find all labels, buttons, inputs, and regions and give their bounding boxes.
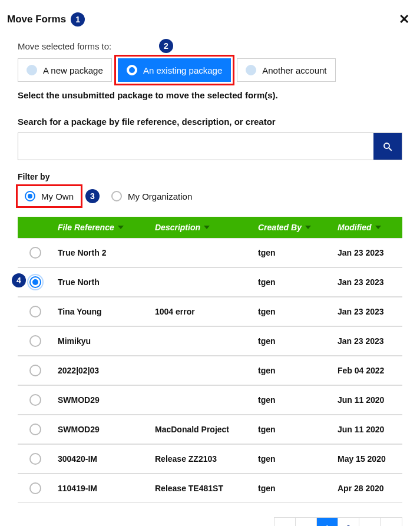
pagination: «« « 1 2 » »» (18, 517, 402, 526)
dialog-title: Move Forms (7, 14, 66, 25)
table-row[interactable]: True North 2tgenJan 23 2023 (18, 238, 402, 267)
annotation-badge-3: 3 (85, 189, 100, 203)
cell-description: Release ZZ2103 (150, 445, 253, 473)
cell-description (150, 386, 253, 414)
dialog-header: Move Forms 1 ✕ (7, 12, 413, 27)
annotation-badge-1: 1 (71, 12, 85, 27)
svg-point-0 (384, 143, 389, 148)
pager-next[interactable]: » (359, 518, 381, 526)
filter-my-organization[interactable]: My Organization (104, 186, 199, 206)
table-row[interactable]: True NorthtgenJan 23 2023 (18, 267, 402, 297)
cell-created-by: tgen (253, 386, 333, 414)
filter-by-label: Filter by (18, 172, 402, 181)
svg-line-1 (389, 148, 392, 151)
cell-description (150, 327, 253, 355)
cell-modified: Feb 04 2022 (333, 356, 402, 385)
destination-options: A new package An existing package Anothe… (18, 58, 402, 82)
cell-modified: Jan 23 2023 (333, 239, 402, 267)
search-input[interactable] (18, 133, 373, 160)
cell-file-reference: True North 2 (53, 239, 150, 267)
option-another-account[interactable]: Another account (237, 58, 335, 82)
cell-created-by: tgen (253, 356, 333, 385)
cell-description (150, 239, 253, 267)
sort-caret-icon (118, 226, 124, 229)
cell-description: MacDonald Project (150, 415, 253, 444)
col-created-by[interactable]: Created By (253, 217, 333, 238)
cell-created-by: tgen (253, 268, 333, 296)
cell-file-reference: Mimikyu (53, 327, 150, 355)
option-another-account-label: Another account (262, 65, 326, 75)
option-new-package[interactable]: A new package (18, 58, 112, 82)
row-radio[interactable] (29, 247, 41, 259)
pager-prev[interactable]: « (296, 518, 317, 526)
cell-description: Release TE481ST (150, 474, 253, 502)
sort-caret-icon (204, 226, 210, 229)
cell-created-by: tgen (253, 445, 333, 473)
table-row[interactable]: 300420-IMRelease ZZ2103tgenMay 15 2020 (18, 444, 402, 474)
cell-modified: May 15 2020 (333, 445, 402, 473)
row-radio[interactable] (29, 306, 41, 317)
cell-description: 1004 error (150, 297, 253, 326)
table-header-row: File Reference Description Created By Mo… (18, 217, 402, 238)
cell-modified: Jan 23 2023 (333, 268, 402, 296)
search-label: Search for a package by file reference, … (18, 117, 402, 127)
radio-icon (127, 65, 137, 75)
table-row[interactable]: 110419-IMRelease TE481STtgenApr 28 2020 (18, 474, 402, 503)
radio-icon (27, 65, 37, 75)
table-body: True North 2tgenJan 23 2023True Northtge… (18, 238, 402, 503)
row-radio[interactable] (29, 394, 41, 406)
col-select (18, 217, 53, 238)
table-row[interactable]: 2022|02|03tgenFeb 04 2022 (18, 356, 402, 385)
row-radio[interactable] (29, 482, 41, 494)
move-to-label: Move selected forms to: 2 (18, 41, 402, 51)
table-row[interactable]: MimikyutgenJan 23 2023 (18, 326, 402, 356)
option-existing-package[interactable]: An existing package (118, 58, 231, 82)
table-row[interactable]: Tina Young1004 errortgenJan 23 2023 (18, 297, 402, 326)
cell-modified: Jun 11 2020 (333, 415, 402, 444)
cell-created-by: tgen (253, 415, 333, 444)
pager-first[interactable]: «« (275, 518, 296, 526)
row-radio[interactable] (29, 453, 41, 465)
filter-options: My Own 3 My Organization (18, 186, 402, 206)
col-description-label: Description (155, 223, 200, 232)
cell-created-by: tgen (253, 327, 333, 355)
search-icon (382, 141, 393, 152)
cell-description (150, 268, 253, 296)
pager-page-2[interactable]: 2 (338, 518, 359, 526)
cell-created-by: tgen (253, 297, 333, 326)
cell-file-reference: 300420-IM (53, 445, 150, 473)
cell-modified: Jan 23 2023 (333, 327, 402, 355)
col-modified-label: Modified (338, 223, 372, 232)
pager-page-1[interactable]: 1 (317, 518, 338, 526)
cell-modified: Jan 23 2023 (333, 297, 402, 326)
col-file-reference[interactable]: File Reference (53, 217, 150, 238)
close-icon[interactable]: ✕ (395, 12, 413, 27)
search-button[interactable] (373, 133, 402, 160)
row-radio[interactable] (29, 365, 41, 376)
cell-file-reference: SWMOD29 (53, 386, 150, 414)
col-created-by-label: Created By (258, 223, 302, 232)
pager-last[interactable]: »» (381, 518, 402, 526)
table-row[interactable]: SWMOD29MacDonald ProjecttgenJun 11 2020 (18, 415, 402, 444)
cell-file-reference: Tina Young (53, 297, 150, 326)
filter-my-own[interactable]: My Own (18, 186, 81, 206)
cell-file-reference: 2022|02|03 (53, 356, 150, 385)
annotation-badge-4: 4 (12, 273, 26, 287)
cell-modified: Apr 28 2020 (333, 474, 402, 502)
radio-icon (246, 65, 256, 75)
filter-my-own-label: My Own (41, 191, 74, 201)
row-radio[interactable] (29, 276, 41, 288)
table-row[interactable]: SWMOD29tgenJun 11 2020 (18, 385, 402, 415)
cell-created-by: tgen (253, 239, 333, 267)
cell-description (150, 356, 253, 385)
option-new-package-label: A new package (43, 65, 103, 75)
col-description[interactable]: Description (150, 217, 253, 238)
cell-created-by: tgen (253, 474, 333, 502)
option-existing-package-label: An existing package (143, 65, 222, 75)
row-radio[interactable] (29, 335, 41, 347)
cell-file-reference: SWMOD29 (53, 415, 150, 444)
annotation-badge-2: 2 (159, 39, 173, 53)
filter-my-organization-label: My Organization (128, 191, 192, 201)
col-modified[interactable]: Modified (333, 217, 402, 238)
row-radio[interactable] (29, 424, 41, 435)
